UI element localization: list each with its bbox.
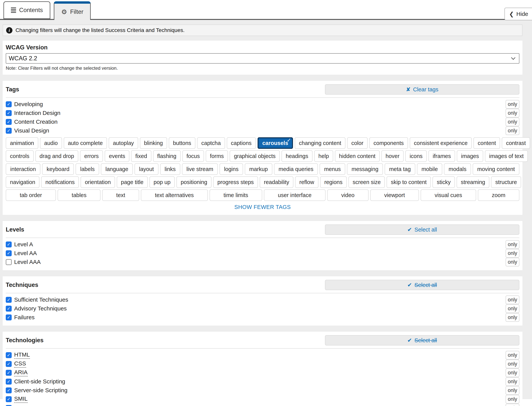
only-button[interactable]: only — [506, 351, 519, 359]
checkbox-unchecked[interactable] — [6, 259, 12, 265]
tag-button[interactable]: help — [314, 150, 333, 162]
tag-button[interactable]: media queries — [274, 163, 318, 175]
tag-button[interactable]: text — [102, 189, 139, 201]
tag-button[interactable]: screen size — [348, 176, 385, 188]
tag-button[interactable]: readability — [260, 176, 293, 188]
tag-button[interactable]: drag and drop — [35, 150, 78, 162]
checkbox-checked[interactable]: ✓ — [6, 396, 12, 402]
tag-button[interactable]: layout — [135, 163, 158, 175]
tag-button[interactable]: labels — [76, 163, 99, 175]
checkbox-checked[interactable]: ✓ — [6, 405, 12, 406]
checkbox-checked[interactable]: ✓ — [6, 379, 12, 384]
checkbox-checked[interactable]: ✓ — [6, 241, 12, 247]
tag-button[interactable]: mobile — [417, 163, 442, 175]
tag-button[interactable]: consistent experience — [410, 137, 472, 149]
tag-button[interactable]: graphical objects — [230, 150, 280, 162]
tab-filter[interactable]: ⚙ Filter — [54, 1, 91, 20]
wcag-version-select[interactable]: WCAG 2.2 — [6, 53, 519, 64]
tag-button-selected[interactable]: carousels✓ — [258, 137, 293, 149]
show-fewer-tags-link[interactable]: SHOW FEWER TAGS — [6, 204, 519, 210]
tag-button[interactable]: captions — [227, 137, 256, 149]
tag-button[interactable]: time limits — [210, 189, 262, 201]
only-button[interactable]: only — [506, 240, 519, 249]
tag-button[interactable]: language — [101, 163, 133, 175]
tag-button[interactable]: menus — [319, 163, 345, 175]
checkbox-checked[interactable]: ✓ — [6, 110, 12, 116]
tag-button[interactable]: contrast — [502, 137, 530, 149]
tab-contents[interactable]: Contents — [3, 1, 50, 19]
tag-button[interactable]: modals — [444, 163, 471, 175]
tag-button[interactable]: orientation — [81, 176, 115, 188]
checkbox-checked[interactable]: ✓ — [6, 314, 12, 320]
only-button[interactable]: only — [506, 258, 519, 266]
tag-button[interactable]: visual cues — [421, 189, 476, 201]
tag-button[interactable]: iframes — [428, 150, 455, 162]
hide-button[interactable]: ❮ Hide — [504, 8, 532, 20]
tag-button[interactable]: messaging — [347, 163, 383, 175]
tag-button[interactable]: buttons — [169, 137, 195, 149]
levels-select-all-button[interactable]: ✔ Select all — [325, 225, 519, 235]
only-button[interactable]: only — [506, 395, 519, 404]
tag-button[interactable]: sticky — [433, 176, 455, 188]
technologies-select-all-button[interactable]: ✔ Select all — [325, 335, 519, 346]
checkbox-checked[interactable]: ✓ — [6, 361, 12, 367]
tag-button[interactable]: navigation — [6, 176, 39, 188]
tag-button[interactable]: positioning — [177, 176, 212, 188]
checkbox-checked[interactable]: ✓ — [6, 119, 12, 125]
tag-button[interactable]: headings — [282, 150, 312, 162]
checkbox-checked[interactable]: ✓ — [6, 352, 12, 358]
tag-button[interactable]: page title — [117, 176, 148, 188]
tag-button[interactable]: structure — [491, 176, 521, 188]
checkbox-checked[interactable]: ✓ — [6, 370, 12, 376]
tag-button[interactable]: pop up — [149, 176, 175, 188]
only-button[interactable]: only — [506, 386, 519, 395]
tag-button[interactable]: reflow — [295, 176, 318, 188]
checkbox-checked[interactable]: ✓ — [6, 297, 12, 303]
tag-button[interactable]: regions — [320, 176, 347, 188]
only-button[interactable]: only — [506, 404, 519, 406]
tag-button[interactable]: blinking — [140, 137, 167, 149]
tag-button[interactable]: live stream — [182, 163, 218, 175]
tag-button[interactable]: markup — [245, 163, 272, 175]
tag-button[interactable]: hidden content — [335, 150, 380, 162]
only-button[interactable]: only — [506, 249, 519, 258]
checkbox-checked[interactable]: ✓ — [6, 387, 12, 393]
tag-button[interactable]: text alternatives — [141, 189, 208, 201]
tag-button[interactable]: viewport — [370, 189, 419, 201]
tag-button[interactable]: notifications — [41, 176, 79, 188]
checkbox-checked[interactable]: ✓ — [6, 250, 12, 256]
tag-button[interactable]: forms — [206, 150, 228, 162]
only-button[interactable]: only — [506, 118, 519, 126]
only-button[interactable]: only — [506, 369, 519, 377]
tag-button[interactable]: focus — [182, 150, 204, 162]
only-button[interactable]: only — [506, 360, 519, 368]
only-button[interactable]: only — [506, 304, 519, 313]
tag-button[interactable]: events — [105, 150, 129, 162]
checkbox-checked[interactable]: ✓ — [6, 101, 12, 107]
tag-button[interactable]: errors — [80, 150, 103, 162]
tag-button[interactable]: progress steps — [213, 176, 258, 188]
checkbox-checked[interactable]: ✓ — [6, 306, 12, 312]
tag-button[interactable]: links — [160, 163, 180, 175]
tag-button[interactable]: tab order — [6, 189, 56, 201]
tag-button[interactable]: keyboard — [42, 163, 74, 175]
tag-button[interactable]: color — [347, 137, 368, 149]
techniques-select-all-button[interactable]: ✔ Select all — [325, 280, 519, 290]
tag-button[interactable]: icons — [405, 150, 427, 162]
only-button[interactable]: only — [506, 109, 519, 117]
tag-button[interactable]: captcha — [197, 137, 225, 149]
tag-button[interactable]: streaming — [457, 176, 489, 188]
only-button[interactable]: only — [506, 377, 519, 386]
tag-button[interactable]: changing content — [295, 137, 345, 149]
tag-button[interactable]: interaction — [6, 163, 40, 175]
tag-button[interactable]: hover — [381, 150, 404, 162]
tag-button[interactable]: controls — [6, 150, 34, 162]
tag-button[interactable]: moving content — [473, 163, 519, 175]
only-button[interactable]: only — [506, 313, 519, 322]
tag-button[interactable]: fixed — [131, 150, 151, 162]
tag-button[interactable]: flashing — [153, 150, 181, 162]
clear-tags-button[interactable]: ✘ Clear tags — [325, 84, 519, 94]
tag-button[interactable]: content — [474, 137, 500, 149]
tag-button[interactable]: video — [327, 189, 369, 201]
tag-button[interactable]: autoplay — [109, 137, 138, 149]
